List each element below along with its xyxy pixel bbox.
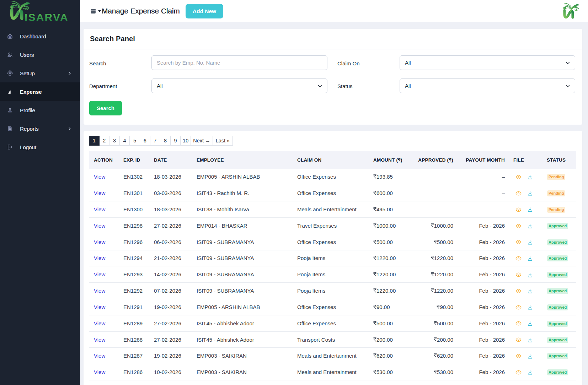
svg-text:ISARVA: ISARVA	[25, 11, 69, 23]
